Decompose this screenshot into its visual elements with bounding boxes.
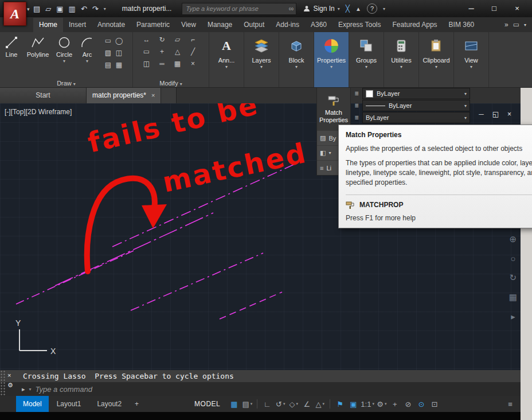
panel-groups[interactable]: Groups ▾ bbox=[349, 32, 384, 87]
status-polar-tracking-icon[interactable]: ↺▾ bbox=[275, 398, 286, 410]
panel-clipboard[interactable]: Clipboard ▾ bbox=[419, 32, 454, 87]
doc-restore-button[interactable]: ◱ bbox=[492, 110, 499, 118]
tab-manage[interactable]: Manage bbox=[202, 18, 238, 32]
window-close-button[interactable]: × bbox=[506, 1, 529, 17]
status-annotation-visibility-icon[interactable]: ▣ bbox=[347, 398, 359, 410]
sign-in-chevron-icon[interactable]: ▾ bbox=[338, 6, 340, 11]
polyline-tool[interactable]: Polyline bbox=[23, 32, 53, 87]
tab-featured-apps[interactable]: Featured Apps bbox=[387, 18, 443, 32]
array-tool-icon[interactable]: ◫ bbox=[139, 60, 154, 72]
arc-chevron-icon[interactable]: ▾ bbox=[86, 59, 88, 64]
search-input[interactable] bbox=[185, 5, 288, 13]
status-customization-menu-icon[interactable]: ≡ bbox=[504, 398, 516, 410]
app-menu-chevron-icon[interactable]: ▾ bbox=[27, 6, 30, 12]
color-tool-icon[interactable]: ≡ bbox=[351, 90, 362, 98]
status-object-snap-icon[interactable]: △▾ bbox=[314, 398, 326, 410]
annotation-chevron-icon[interactable]: ▾ bbox=[225, 64, 228, 69]
hatch-tool-icon[interactable]: ▧ bbox=[103, 49, 113, 60]
layout2-tab[interactable]: Layout2 bbox=[89, 396, 130, 412]
zoom-extents-icon[interactable]: ○ bbox=[509, 254, 517, 263]
color-chevron-icon[interactable]: ▾ bbox=[464, 91, 467, 96]
tab-add-ins[interactable]: Add-ins bbox=[270, 18, 305, 32]
open-file-icon[interactable]: ▱ bbox=[45, 5, 51, 13]
status-add-scales-icon[interactable]: + bbox=[389, 398, 401, 410]
gradient-tool-icon[interactable]: ▦ bbox=[114, 61, 124, 72]
file-tab-close-icon[interactable]: × bbox=[151, 92, 155, 99]
status-isolate-objects-icon[interactable]: ⊘ bbox=[402, 398, 414, 410]
save-file-icon[interactable]: ▣ bbox=[56, 5, 63, 13]
status-osnap-tracking-icon[interactable]: ∠ bbox=[301, 398, 312, 410]
command-prompt-chevron-icon[interactable]: ▾ bbox=[29, 387, 32, 392]
magenta-line[interactable] bbox=[16, 251, 134, 304]
linetype-combobox[interactable]: ByLayer ▾ bbox=[362, 100, 470, 111]
modify-panel-footer[interactable]: Modify ▾ bbox=[133, 80, 209, 87]
ellipse-tool-icon[interactable]: ◯ bbox=[114, 37, 124, 48]
status-annotation-scale[interactable]: 1:1▾ bbox=[361, 398, 374, 410]
doc-close-button[interactable]: × bbox=[507, 110, 511, 118]
linetype-chevron-icon[interactable]: ▾ bbox=[464, 103, 467, 108]
tab-express-tools[interactable]: Express Tools bbox=[332, 18, 386, 32]
search-binoculars-icon[interactable]: ∞ bbox=[289, 5, 294, 13]
exchange-apps-icon[interactable]: ╳ bbox=[346, 5, 350, 13]
view-chevron-icon[interactable]: ▾ bbox=[470, 64, 472, 69]
line-tool[interactable]: Line bbox=[0, 32, 23, 87]
help-icon[interactable]: ? bbox=[367, 3, 377, 14]
tab-home[interactable]: Home bbox=[33, 18, 63, 32]
properties-chevron-icon[interactable]: ▾ bbox=[330, 64, 332, 69]
command-close-icon[interactable]: × bbox=[7, 372, 13, 379]
command-input-placeholder[interactable]: Type a command bbox=[36, 385, 92, 394]
ribbon-display-chevron-icon[interactable]: ▾ bbox=[524, 18, 526, 32]
region-tool-icon[interactable]: ◫ bbox=[114, 49, 124, 60]
utilities-chevron-icon[interactable]: ▾ bbox=[400, 64, 402, 69]
table-tool-icon[interactable]: ▤ bbox=[103, 61, 113, 72]
orbit-icon[interactable]: ↻ bbox=[509, 273, 517, 283]
status-snap-mode-icon[interactable]: ▤▾ bbox=[241, 398, 253, 410]
groups-chevron-icon[interactable]: ▾ bbox=[365, 64, 367, 69]
doc-minimize-button[interactable]: ─ bbox=[479, 110, 484, 118]
lineweight-tool-icon[interactable]: ≡ bbox=[351, 114, 362, 122]
panel-properties[interactable]: Properties ▾ bbox=[314, 32, 349, 87]
navbar-menu-icon[interactable]: ▸ bbox=[509, 312, 517, 322]
file-tab-active[interactable]: match properties* × bbox=[87, 87, 161, 103]
status-grid-display-icon[interactable]: ▦ bbox=[228, 398, 240, 410]
linetype-tool-icon[interactable]: ≡ bbox=[351, 102, 362, 110]
arc-tool[interactable]: Arc ▾ bbox=[76, 32, 99, 87]
redo-icon[interactable]: ↷ bbox=[92, 5, 99, 13]
rectangle-tool-icon[interactable]: ▭ bbox=[103, 37, 113, 48]
panel-layers[interactable]: Layers ▾ bbox=[244, 32, 279, 87]
tab-overflow-icon[interactable]: » bbox=[504, 18, 508, 32]
tab-view[interactable]: View bbox=[175, 18, 202, 32]
model-space-indicator[interactable]: MODEL bbox=[194, 400, 220, 408]
status-clean-screen-icon[interactable]: ⊡ bbox=[429, 398, 440, 410]
new-layout-button[interactable]: + bbox=[130, 396, 144, 412]
panel-utilities[interactable]: Utilities ▾ bbox=[384, 32, 419, 87]
layout1-tab[interactable]: Layout1 bbox=[49, 396, 89, 412]
magenta-line[interactable] bbox=[220, 292, 282, 319]
scale-tool-icon[interactable]: ╱ bbox=[185, 48, 201, 60]
stretch-tool-icon[interactable]: △ bbox=[170, 48, 185, 60]
notification-icon[interactable]: ▲ bbox=[355, 6, 361, 12]
panel-view[interactable]: View ▾ bbox=[454, 32, 489, 87]
pan-icon[interactable]: ⊕ bbox=[509, 234, 517, 244]
model-tab[interactable]: Model bbox=[16, 396, 49, 412]
app-logo-icon[interactable]: A bbox=[3, 2, 26, 26]
trim-tool-icon[interactable]: ▱ bbox=[170, 36, 185, 48]
undo-icon[interactable]: ↶ bbox=[81, 5, 87, 13]
file-tab-start[interactable]: Start bbox=[0, 87, 87, 103]
panel-block[interactable]: Block ▾ bbox=[279, 32, 314, 87]
magenta-line[interactable] bbox=[55, 213, 213, 286]
sign-in-button[interactable]: Sign In ▾ bbox=[303, 5, 339, 13]
explode-tool-icon[interactable]: ▦ bbox=[170, 60, 185, 72]
block-chevron-icon[interactable]: ▾ bbox=[295, 64, 298, 69]
mirror-tool-icon[interactable]: + bbox=[154, 48, 170, 60]
move-tool-icon[interactable]: ↔ bbox=[139, 36, 154, 48]
status-isometric-drafting-icon[interactable]: ◇▾ bbox=[288, 398, 299, 410]
window-minimize-button[interactable]: ─ bbox=[460, 1, 483, 17]
new-drawing-tab-button[interactable] bbox=[161, 87, 177, 103]
qat-customize-icon[interactable]: ▾ bbox=[104, 6, 106, 11]
status-ortho-mode-icon[interactable]: ∟ bbox=[261, 398, 273, 410]
plot-icon[interactable]: ▥ bbox=[69, 5, 76, 13]
tab-output[interactable]: Output bbox=[238, 18, 270, 32]
object-color-combobox[interactable]: ByLayer ▾ bbox=[362, 88, 470, 99]
rotate-tool-icon[interactable]: ↻ bbox=[154, 36, 170, 48]
